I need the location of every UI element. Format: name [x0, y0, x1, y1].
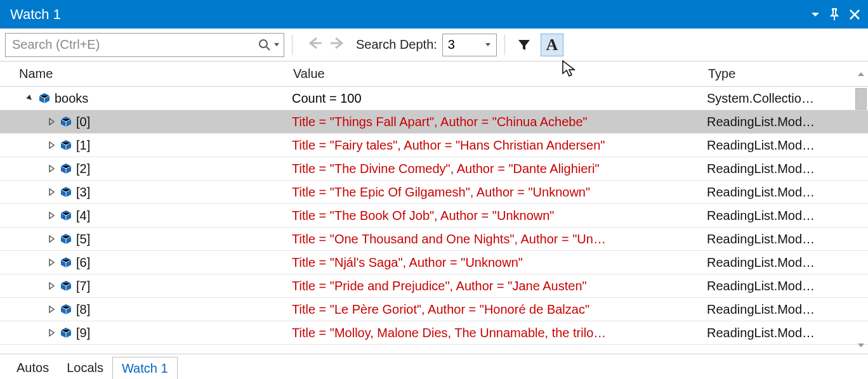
variable-name: [0]	[76, 115, 90, 129]
table-row[interactable]: [3] Title = "The Epic Of Gilgamesh", Aut…	[0, 181, 868, 204]
expander-closed-icon[interactable]	[47, 305, 56, 314]
object-icon	[60, 139, 72, 151]
object-icon	[60, 233, 72, 245]
variable-type: System.Collectio…	[707, 91, 868, 106]
variable-type: ReadingList.Mod…	[707, 162, 868, 176]
search-box[interactable]	[5, 33, 284, 57]
table-row[interactable]: [6] Title = "Njál's Saga", Author = "Unk…	[0, 251, 868, 274]
variable-value: Title = "The Epic Of Gilgamesh", Author …	[292, 185, 707, 200]
search-depth-select[interactable]: 3	[442, 34, 497, 56]
search-input[interactable]	[12, 37, 258, 52]
variable-type: ReadingList.Mod…	[707, 232, 868, 247]
expander-closed-icon[interactable]	[47, 164, 56, 173]
separator	[504, 35, 505, 55]
variable-value: Title = "Pride and Prejudice", Author = …	[292, 279, 707, 293]
table-row[interactable]: [7] Title = "Pride and Prejudice", Autho…	[0, 274, 868, 298]
expander-closed-icon[interactable]	[47, 328, 56, 337]
separator	[292, 35, 293, 55]
column-type-header[interactable]: Type	[708, 67, 868, 81]
expander-closed-icon[interactable]	[47, 211, 56, 220]
variable-value: Title = "The Book Of Job", Author = "Unk…	[292, 209, 707, 223]
variable-value: Title = "Le Père Goriot", Author = "Hono…	[292, 302, 707, 317]
variable-value: Title = "One Thousand and One Nights", A…	[292, 232, 707, 247]
expander-closed-icon[interactable]	[47, 258, 56, 267]
object-icon	[60, 327, 72, 338]
variable-name: [5]	[76, 232, 90, 247]
object-icon	[60, 210, 72, 221]
table-row[interactable]: [2] Title = "The Divine Comedy", Author …	[0, 157, 868, 181]
variable-value: Title = "The Divine Comedy", Author = "D…	[292, 162, 707, 176]
nav-forward-icon[interactable]	[329, 35, 347, 54]
expander-closed-icon[interactable]	[47, 141, 56, 150]
expander-closed-icon[interactable]	[47, 234, 56, 243]
variable-type: ReadingList.Mod…	[707, 255, 868, 270]
variable-type: ReadingList.Mod…	[707, 326, 868, 340]
column-name-header[interactable]: Name	[19, 67, 293, 81]
variable-name: [7]	[76, 279, 90, 293]
expander-closed-icon[interactable]	[47, 281, 56, 290]
expander-closed-icon[interactable]	[47, 188, 56, 196]
variable-value: Title = "Things Fall Apart", Author = "C…	[292, 115, 707, 129]
table-row[interactable]: [9] Title = "Molloy, Malone Dies, The Un…	[0, 321, 868, 345]
variable-type: ReadingList.Mod…	[707, 138, 868, 153]
column-headers: Name Value Type	[0, 61, 868, 87]
pin-icon[interactable]	[829, 8, 840, 21]
toolbar: Search Depth: 3 A	[0, 29, 868, 61]
object-icon	[60, 163, 72, 174]
tab-locals[interactable]: Locals	[58, 357, 112, 379]
table-row[interactable]: [1] Title = "Fairy tales", Author = "Han…	[0, 134, 868, 157]
bottom-tabs: AutosLocalsWatch 1	[0, 354, 868, 379]
column-value-header[interactable]: Value	[293, 67, 708, 81]
variable-name: books	[55, 91, 88, 106]
table-row[interactable]: [8] Title = "Le Père Goriot", Author = "…	[0, 298, 868, 321]
watch-grid: books Count = 100 System.Collectio… [0] …	[0, 87, 868, 354]
object-icon	[60, 257, 72, 268]
table-row[interactable]: [4] Title = "The Book Of Job", Author = …	[0, 204, 868, 228]
variable-name: [4]	[76, 209, 90, 223]
object-icon	[60, 280, 72, 292]
object-icon	[38, 93, 51, 104]
scrollbar-thumb[interactable]	[855, 88, 867, 110]
tab-watch-1[interactable]: Watch 1	[112, 357, 178, 379]
variable-value: Count = 100	[292, 91, 707, 106]
nav-back-icon[interactable]	[305, 35, 323, 54]
nav-arrows	[305, 35, 347, 54]
search-icon[interactable]	[258, 39, 280, 51]
variable-value: Title = "Fairy tales", Author = "Hans Ch…	[292, 138, 707, 153]
svg-point-0	[260, 40, 267, 48]
variable-type: ReadingList.Mod…	[707, 209, 868, 223]
variable-type: ReadingList.Mod…	[707, 185, 868, 200]
variable-name: [8]	[76, 302, 90, 317]
expander-closed-icon[interactable]	[47, 117, 56, 126]
variable-type: ReadingList.Mod…	[707, 279, 868, 293]
tab-autos[interactable]: Autos	[8, 357, 58, 379]
titlebar: Watch 1	[0, 0, 868, 29]
text-highlight-button[interactable]: A	[541, 34, 563, 56]
variable-name: [1]	[76, 138, 90, 153]
window-menu-icon[interactable]	[811, 10, 820, 19]
variable-value: Title = "Molloy, Malone Dies, The Unnama…	[292, 326, 707, 340]
letter-a-icon: A	[546, 35, 558, 55]
object-icon	[60, 116, 72, 127]
scroll-up-icon[interactable]	[854, 70, 868, 78]
expander-open-icon[interactable]	[25, 94, 34, 103]
table-row-root[interactable]: books Count = 100 System.Collectio…	[0, 87, 868, 110]
search-depth-label: Search Depth:	[356, 37, 437, 52]
window-title: Watch 1	[10, 6, 61, 23]
filter-button[interactable]	[513, 34, 536, 56]
variable-value: Title = "Njál's Saga", Author = "Unknown…	[292, 255, 707, 270]
scroll-down-icon[interactable]	[854, 338, 868, 352]
variable-name: [6]	[76, 255, 90, 270]
object-icon	[60, 304, 72, 315]
chevron-down-icon[interactable]	[273, 42, 280, 48]
search-depth-value: 3	[448, 37, 455, 52]
variable-name: [3]	[76, 185, 90, 200]
variable-type: ReadingList.Mod…	[707, 302, 868, 317]
table-row[interactable]: [5] Title = "One Thousand and One Nights…	[0, 228, 868, 251]
variable-name: [9]	[76, 326, 90, 340]
table-row[interactable]: [0] Title = "Things Fall Apart", Author …	[0, 110, 868, 134]
chevron-down-icon	[485, 42, 491, 48]
title-actions	[811, 8, 860, 21]
variable-name: [2]	[76, 162, 90, 176]
close-icon[interactable]	[849, 9, 860, 20]
